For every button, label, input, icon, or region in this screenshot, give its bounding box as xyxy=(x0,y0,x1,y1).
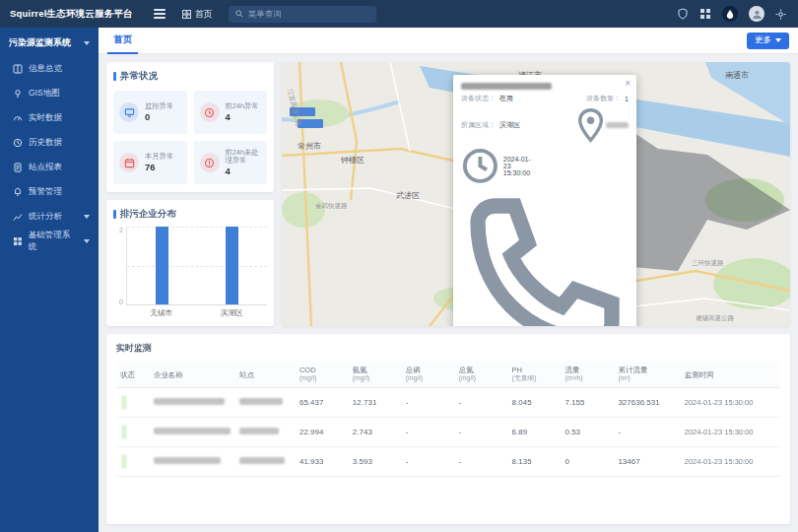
gauge-icon xyxy=(13,113,23,123)
col-header: PH xyxy=(512,366,562,374)
col-header: COD xyxy=(299,366,349,374)
stat-label: 前24h未处理异常 xyxy=(226,149,262,166)
abnormal-status-panel: 异常状况 监控异常0 前24h异常4 本月异常76 xyxy=(106,62,274,192)
bar-binhu xyxy=(226,227,238,304)
stat-label: 前24h异常 xyxy=(226,102,259,110)
map-pin-icon xyxy=(13,89,23,99)
left-column: 异常状况 监控异常0 前24h异常4 本月异常76 xyxy=(106,62,274,326)
cell-total: 13467 xyxy=(614,457,680,466)
panel-title-text: 排污企业分布 xyxy=(120,208,176,221)
sidebar-item-label: 统计分析 xyxy=(29,211,62,223)
stat-card-monitor-abnormal[interactable]: 监控异常0 xyxy=(113,91,187,134)
sidebar-item-overview[interactable]: 信息总览 xyxy=(0,56,99,81)
table-row[interactable]: 65.437 12.731 - - 8.045 7.155 327636.531… xyxy=(116,388,780,418)
map-label: 钟楼区 xyxy=(340,156,365,165)
device-count-label: 设备数量： xyxy=(586,94,621,103)
map-label: 武进区 xyxy=(396,191,420,200)
device-datetime: 2024-01-23 15:30:00 xyxy=(503,156,536,176)
sidebar-section-pollution-monitoring[interactable]: 污染源监测系统 xyxy=(0,28,99,56)
redacted-station-name xyxy=(239,428,279,434)
map-label: 金武快速路 xyxy=(315,202,348,210)
apps-grid-icon[interactable] xyxy=(699,8,711,20)
redacted-device-name xyxy=(461,83,552,90)
bar-chart: 2 0 xyxy=(113,227,267,318)
col-unit: (无量纲) xyxy=(512,374,562,382)
bar-wuxi xyxy=(156,227,168,304)
col-header: 流量 xyxy=(565,366,614,374)
sidebar-item-statistics[interactable]: 统计分析 xyxy=(0,204,99,229)
menu-search-box[interactable] xyxy=(229,6,376,23)
theme-toggle[interactable] xyxy=(722,6,738,22)
table-row[interactable]: 41.933 3.593 - - 8.135 0 13467 2024-01-2… xyxy=(116,447,780,477)
badge-icon[interactable] xyxy=(677,8,689,20)
system-icon xyxy=(13,236,23,246)
calendar-icon xyxy=(119,153,139,172)
cell-cod: 22.994 xyxy=(296,428,349,436)
cell-time: 2024-01-23 15:30:00 xyxy=(681,398,780,407)
more-button[interactable]: 更多 xyxy=(747,33,789,49)
stat-card-month-abnormal[interactable]: 本月异常76 xyxy=(113,141,187,184)
col-header: 总氮 xyxy=(459,366,508,374)
sidebar-item-station-report[interactable]: 站点报表 xyxy=(0,155,99,179)
cell-time: 2024-01-23 15:30:00 xyxy=(681,457,780,466)
sidebar-item-history-data[interactable]: 历史数据 xyxy=(0,130,99,155)
tab-home-label: 首页 xyxy=(113,33,132,46)
gis-map[interactable]: 靖江市 南通市 常州市 钟楼区 武进区 无锡市 金武快速路 三环快速路 通锡高速… xyxy=(282,62,790,326)
sidebar-item-label: 基础管理系统 xyxy=(29,230,78,253)
gear-icon[interactable] xyxy=(775,9,786,20)
stat-card-unhandled-abnormal[interactable]: 前24h未处理异常4 xyxy=(194,141,268,184)
panel-title-text: 异常状况 xyxy=(120,70,158,83)
chevron-down-icon xyxy=(84,41,90,45)
hamburger-menu-icon[interactable] xyxy=(147,0,172,28)
sidebar-item-label: GIS地图 xyxy=(29,88,60,100)
stat-label: 本月异常 xyxy=(145,153,173,161)
tab-home[interactable]: 首页 xyxy=(107,28,138,54)
chevron-down-icon xyxy=(84,239,90,243)
table-header: 状态 企业名称 站点 COD(mg/l) 氨氮(mg/l) 总磷(mg/l) 总… xyxy=(116,362,780,388)
x-tick: 滨湖区 xyxy=(221,308,243,318)
col-header: 总磷 xyxy=(406,366,455,374)
panel-title-abnormal: 异常状况 xyxy=(113,70,267,83)
cell-tp: - xyxy=(402,457,455,466)
device-count-value: 1 xyxy=(625,96,629,102)
col-unit: (m³) xyxy=(618,374,680,382)
topbar-home-item[interactable]: 首页 xyxy=(172,0,223,28)
top-row: 异常状况 监控异常0 前24h异常4 本月异常76 xyxy=(106,62,790,326)
overview-icon xyxy=(13,64,23,74)
chevron-down-icon xyxy=(775,38,781,42)
cell-tn: - xyxy=(455,457,508,466)
cell-flow: 0.53 xyxy=(561,428,614,436)
cell-nh3: 12.731 xyxy=(349,398,402,407)
search-input[interactable] xyxy=(248,9,362,19)
close-icon[interactable]: × xyxy=(625,79,631,89)
device-status-label: 设备状态： xyxy=(461,94,496,103)
content: 异常状况 监控异常0 前24h异常4 本月异常76 xyxy=(99,54,798,532)
main-area: 首页 更多 异常状况 监控异常0 前24h异常4 xyxy=(99,28,798,532)
monitor-icon xyxy=(119,102,139,122)
col-unit: (m³/h) xyxy=(565,374,614,382)
stat-card-last24h-abnormal[interactable]: 前24h异常4 xyxy=(194,91,268,134)
cell-tn: - xyxy=(455,428,508,436)
table-row[interactable]: 22.994 2.743 - - 6.89 0.53 - 2024-01-23 … xyxy=(116,418,780,447)
topbar-home-label: 首页 xyxy=(195,8,213,21)
cell-flow: 0 xyxy=(561,457,614,466)
topbar-actions xyxy=(677,6,798,22)
avatar[interactable] xyxy=(749,6,765,22)
sidebar-item-base-system[interactable]: 基础管理系统 xyxy=(0,229,99,253)
x-axis-labels: 无锡市 滨湖区 xyxy=(113,308,267,318)
y-axis: 2 0 xyxy=(113,227,126,305)
col-header: 累计流量 xyxy=(618,366,680,374)
clock-icon xyxy=(13,138,23,148)
cell-cod: 41.933 xyxy=(296,457,349,466)
app-title: Squirrel生态环境云服务平台 xyxy=(0,8,143,21)
device-status-value: 在用 xyxy=(499,94,513,103)
redacted-address xyxy=(606,122,629,128)
sidebar-item-gis-map[interactable]: GIS地图 xyxy=(0,81,99,105)
redacted-station-name xyxy=(239,457,285,464)
sidebar-item-realtime-data[interactable]: 实时数据 xyxy=(0,105,99,130)
y-tick-min: 0 xyxy=(119,299,123,305)
cell-nh3: 2.743 xyxy=(349,428,402,436)
sidebar-item-alert-management[interactable]: 预警管理 xyxy=(0,179,99,204)
realtime-table: 状态 企业名称 站点 COD(mg/l) 氨氮(mg/l) 总磷(mg/l) 总… xyxy=(116,362,780,477)
calendar-icon xyxy=(461,147,499,185)
